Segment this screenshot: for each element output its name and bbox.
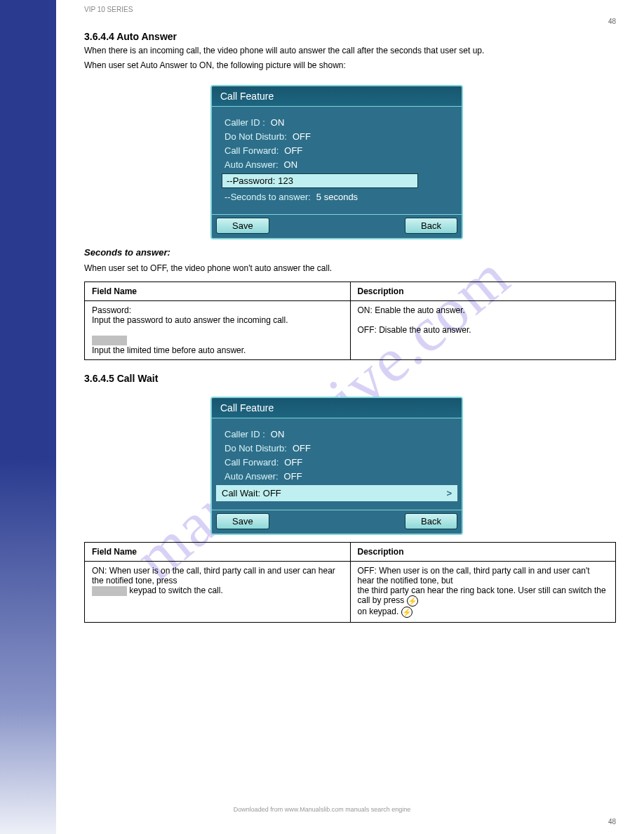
label2-dnd: Do Not Disturb: <box>224 443 287 454</box>
row-call-forward: Call Forward: OFF <box>224 145 449 156</box>
description-table-2: Field Name Description ON: When user is … <box>84 542 616 623</box>
value2-dnd: OFF <box>293 443 311 454</box>
back-button-2[interactable]: Back <box>405 513 457 529</box>
row-caller-id: Caller ID : ON <box>224 117 449 128</box>
page-number-bottom: 48 <box>608 818 616 826</box>
value2-caller-id: ON <box>271 429 285 439</box>
intro-line-2: When user set Auto Answer to ON, the fol… <box>84 60 616 72</box>
row2-call-forward: Call Forward: OFF <box>224 457 449 468</box>
call-feature-panel-2: Call Feature Caller ID : ON Do Not Distu… <box>210 397 463 535</box>
panel-title: Call Feature <box>212 86 462 107</box>
table1-header-2: Description <box>350 282 616 301</box>
table1-cell-1: Password: Input the password to auto ans… <box>85 301 351 360</box>
intro-line-1: When there is an incoming call, the vide… <box>84 45 616 57</box>
note-body: When user set to OFF, the video phone wo… <box>84 263 616 274</box>
row2-caller-id: Caller ID : ON <box>224 429 449 439</box>
value-auto-answer: ON <box>284 159 298 170</box>
flash-icon-2: ⚡ <box>401 607 412 618</box>
value-caller-id: ON <box>271 117 285 128</box>
password-input[interactable] <box>278 176 320 186</box>
label-caller-id: Caller ID : <box>224 117 265 128</box>
table2-header-2: Description <box>350 542 616 561</box>
value2-call-wait: OFF <box>263 488 281 498</box>
call-feature-panel-1: Call Feature Caller ID : ON Do Not Distu… <box>210 85 463 239</box>
chevron-right-icon[interactable]: > <box>446 488 452 498</box>
note-heading: Seconds to answer: <box>84 247 170 258</box>
row-seconds-to-answer: --Seconds to answer: 5 seconds <box>224 192 449 202</box>
value-seconds: 5 seconds <box>316 192 358 202</box>
row-auto-answer: Auto Answer: ON <box>224 159 449 170</box>
label-auto-answer: Auto Answer: <box>224 159 279 170</box>
row2-auto-answer: Auto Answer: OFF <box>224 471 449 482</box>
section2-heading: 3.6.4.5 Call Wait <box>84 373 616 384</box>
label-dnd: Do Not Disturb: <box>224 131 287 142</box>
table2-cell-2: OFF: When user is on the call, third par… <box>350 561 616 622</box>
label2-caller-id: Caller ID : <box>224 429 265 439</box>
label-password: --Password: <box>227 176 275 186</box>
label-seconds: --Seconds to answer: <box>224 192 311 202</box>
table2-cell-1: ON: When user is on the call, third part… <box>85 561 351 622</box>
flash-icon: ⚡ <box>407 595 418 607</box>
row-dnd: Do Not Disturb: OFF <box>224 131 449 142</box>
row2-dnd: Do Not Disturb: OFF <box>224 443 449 454</box>
value2-auto-answer: OFF <box>284 471 302 482</box>
label-call-forward: Call Forward: <box>224 145 279 156</box>
section-heading: 3.6.4.4 Auto Answer <box>84 31 616 42</box>
row-password[interactable]: --Password: <box>222 173 418 188</box>
footer-text: Downloaded from www.Manualslib.com manua… <box>234 806 411 813</box>
left-stripe <box>0 0 56 834</box>
row2-call-wait[interactable]: Call Wait: OFF > <box>216 485 457 501</box>
label2-auto-answer: Auto Answer: <box>224 471 279 482</box>
gray-placeholder-icon <box>92 336 127 345</box>
table2-header-1: Field Name <box>85 542 351 561</box>
doc-header: VIP 10 SERIES <box>84 6 616 13</box>
table1-cell-2: ON: Enable the auto answer. OFF: Disable… <box>350 301 616 360</box>
back-button[interactable]: Back <box>405 218 457 234</box>
save-button-2[interactable]: Save <box>216 513 269 529</box>
label2-call-forward: Call Forward: <box>224 457 279 468</box>
table1-header-1: Field Name <box>85 282 351 301</box>
value-dnd: OFF <box>293 131 311 142</box>
save-button[interactable]: Save <box>216 218 269 234</box>
description-table-1: Field Name Description Password: Input t… <box>84 282 616 360</box>
value-call-forward: OFF <box>284 145 302 156</box>
value2-call-forward: OFF <box>284 457 302 468</box>
panel2-title: Call Feature <box>212 398 462 418</box>
label2-call-wait: Call Wait: <box>222 488 260 498</box>
gray-placeholder-icon-2 <box>92 586 127 596</box>
page-number-top: 48 <box>84 18 616 25</box>
